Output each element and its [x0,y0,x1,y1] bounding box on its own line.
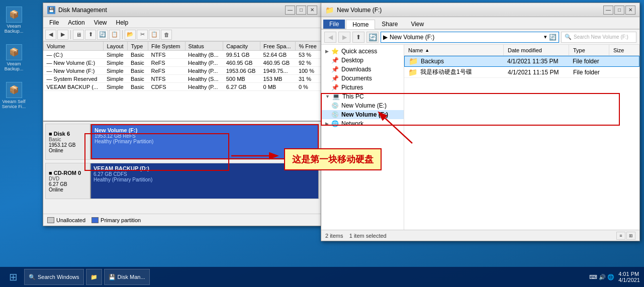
ribbon-tab-home[interactable]: Home [346,20,375,29]
col-header-capacity[interactable]: Capacity [223,42,260,51]
sidebar-icon-veeam1[interactable]: 📦 Veeam Backup... [2,3,26,38]
col-type-header[interactable]: Type [569,45,609,55]
table-row[interactable]: — New Volume (E:) Simple Basic ReFS Heal… [44,59,321,67]
cell-layout: Simple [104,75,128,83]
disk-mgmt-close-button[interactable]: ✕ [307,6,317,15]
taskbar-file-explorer-btn[interactable]: 📁 [86,269,102,285]
col-header-volume[interactable]: Volume [44,42,104,51]
nav-item-label-network: Network [341,120,363,127]
sidebar-icon-veeam2[interactable]: 📦 Veeam Backup... [2,40,26,75]
address-bar-refresh-icon[interactable]: 🔄 [549,34,557,41]
address-bar-dropdown[interactable]: ▾ [544,34,547,40]
col-name-header[interactable]: Name ▲ [404,45,504,55]
menu-help[interactable]: Help [112,18,133,27]
cell-pct: 92 % [296,59,321,67]
ribbon-tab-view[interactable]: View [404,19,430,29]
col-header-type[interactable]: Type [128,42,148,51]
cell-type: Basic [128,59,148,67]
address-bar[interactable]: ▶ New Volume (F:) ▾ 🔄 [381,32,559,43]
taskbar-time: 4:01 PM4/1/2021 [618,271,640,283]
table-row[interactable]: — New Volume (F:) Simple Basic ReFS Heal… [44,67,321,75]
status-details-view-btn[interactable]: ≡ [616,232,625,240]
table-row[interactable]: — System Reserved Simple Basic NTFS Heal… [44,75,321,83]
nav-forward-button[interactable]: ▶ [338,32,350,43]
toolbar-btn-2[interactable]: ⬆ [85,30,96,40]
nav-item-downloads[interactable]: 📌 Downloads [321,65,404,74]
ribbon-tab-file[interactable]: File [323,20,345,29]
toolbar-btn-6[interactable]: ✂ [137,30,148,40]
disk6-part-size: 1953.12 GB ReFS [95,133,315,139]
cdrom0-status: Online [49,187,87,193]
menu-view[interactable]: View [90,18,111,27]
disk-mgmt-maximize-button[interactable]: □ [296,6,306,15]
taskbar-search-btn[interactable]: 🔍 Search Windows [24,269,84,285]
toolbar-btn-5[interactable]: 📂 [125,30,136,40]
file-row-backups[interactable]: 📁 Backups 4/1/2021 11:35 PM File folder [404,56,639,67]
explorer-close-button[interactable]: ✕ [625,6,635,15]
folder-icon-2: 📁 [408,68,418,77]
explorer-toolbar: ◀ ▶ ⬆ 🔄 ▶ New Volume (F:) ▾ 🔄 🔍 Search N… [321,30,639,45]
cell-status: Healthy (B... [185,51,223,59]
nav-item-pictures[interactable]: 📌 Pictures [321,83,404,92]
tray-icons: ⌨ 🔊 🌐 [589,274,614,280]
nav-item-documents[interactable]: 📌 Documents [321,74,404,83]
file-list-header: Name ▲ Date modified Type Size [404,45,639,56]
nav-back-button[interactable]: ◀ [324,32,336,43]
menu-action[interactable]: Action [64,18,88,27]
start-button[interactable]: ⊞ [4,268,22,286]
toolbar-btn-7[interactable]: 📋 [149,30,160,40]
explorer-maximize-button[interactable]: □ [614,6,624,15]
cell-status: Healthy (S... [185,75,223,83]
col-header-fs[interactable]: File System [148,42,186,51]
cell-volume: — (C:) [44,51,104,59]
toolbar-btn-3[interactable]: 🔄 [97,30,108,40]
disk6-label: ■ Disk 6 Basic 1953.12 GB Online [46,124,91,159]
disk6-size: 1953.12 GB [49,142,87,148]
file-explorer-window: 📁 New Volume (F:) — □ ✕ File Home Share … [321,3,640,241]
file-row-chinese[interactable]: 📁 我是移动硬盘1号碟 4/1/2021 11:15 PM File folde… [404,67,639,78]
search-bar[interactable]: 🔍 Search New Volume (F:) [561,32,636,43]
col-header-pct[interactable]: % Free [296,42,321,51]
network-nav-icon: 🌐 [331,120,339,127]
taskbar-disk-mgmt-btn[interactable]: 💾 Disk Man... [104,269,150,285]
toolbar-back-button[interactable]: ◀ [45,30,56,40]
file-size-backups [609,61,639,62]
table-row[interactable]: VEEAM BACKUP (... Simple Basic CDFS Heal… [44,83,321,91]
cell-fs: CDFS [148,83,186,91]
nav-up-button[interactable]: ⬆ [352,32,364,43]
file-date-backups: 4/1/2021 11:35 PM [503,57,569,65]
toolbar-btn-4[interactable]: 📋 [109,30,120,40]
disk-table: Volume Layout Type File System Status Ca… [43,41,321,91]
nav-item-desktop[interactable]: 📌 Desktop [321,56,404,65]
sidebar-icon-veeam-self[interactable]: 📦 Veeam Self Service Fi... [2,78,26,113]
nav-item-this-pc[interactable]: ▼ 💻 This PC [321,92,404,101]
cell-fs: ReFS [148,67,186,75]
drive-f-icon: 💿 [331,111,339,118]
address-bar-icon: ▶ [383,34,388,41]
nav-item-label-downloads: Downloads [341,66,371,73]
col-header-status[interactable]: Status [185,42,223,51]
ribbon-tab-share[interactable]: Share [375,19,404,29]
toolbar-btn-8[interactable]: 🗑 [161,30,172,40]
disk-mgmt-icon: 💾 [47,6,55,14]
file-name-backups: 📁 Backups [405,56,503,66]
cell-fs: NTFS [148,75,186,83]
disk-mgmt-minimize-button[interactable]: — [285,6,295,15]
status-tiles-view-btn[interactable]: ⊞ [626,232,635,240]
cell-free: 1949.75... [260,67,296,75]
nav-refresh-button[interactable]: 🔄 [366,32,379,43]
menu-file[interactable]: File [45,18,63,27]
nav-item-quick-access[interactable]: ▶ ⭐ Quick access [321,47,404,56]
taskbar: ⊞ 🔍 Search Windows 📁 💾 Disk Man... ⌨ 🔊 🌐… [0,267,644,287]
col-size-header[interactable]: Size [609,45,639,55]
toolbar-forward-button[interactable]: ▶ [57,30,68,40]
col-header-free[interactable]: Free Spa... [260,42,296,51]
legend-unallocated-box [47,217,54,223]
taskbar-search-icon: 🔍 [29,274,36,280]
col-header-layout[interactable]: Layout [104,42,128,51]
toolbar-btn-1[interactable]: 🖥 [73,30,84,40]
col-date-header[interactable]: Date modified [504,45,569,55]
explorer-minimize-button[interactable]: — [603,6,613,15]
table-row[interactable]: — (C:) Simple Basic NTFS Healthy (B... 9… [44,51,321,59]
disk6-status: Online [49,148,87,153]
